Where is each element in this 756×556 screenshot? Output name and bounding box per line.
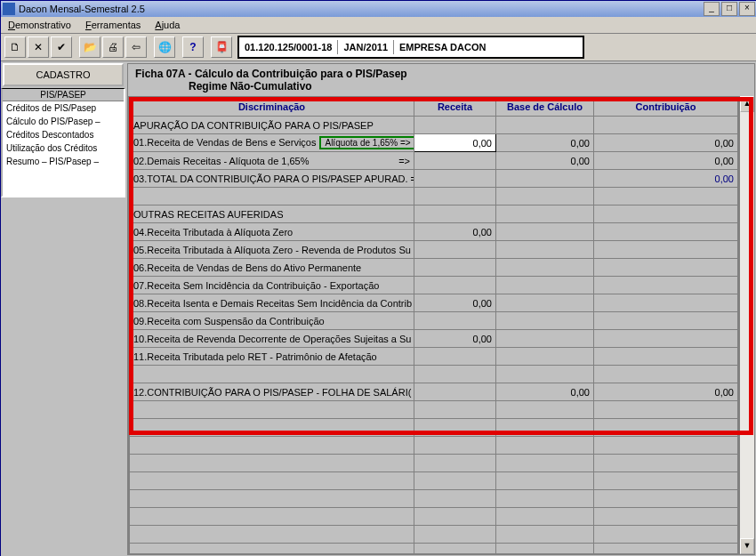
section-row: APURAÇÃO DA CONTRIBUIÇÃO PARA O PIS/PASE… — [130, 117, 414, 134]
close-button[interactable]: × — [739, 2, 755, 16]
sidebar-item[interactable]: Utilização dos Créditos — [3, 141, 124, 155]
sidebar-item[interactable]: Resumo – PIS/Pasep – — [3, 155, 124, 168]
menu-demonstrativo[interactable]: Demonstrativo — [1, 18, 78, 32]
cell-receita[interactable]: 0,00 — [414, 134, 496, 152]
titlebar: Dacon Mensal-Semestral 2.5 _ □ × — [1, 1, 756, 17]
col-discriminacao[interactable]: Discriminação — [130, 98, 414, 117]
row-01[interactable]: 01.Receita de Vendas de Bens e ServiçosA… — [130, 134, 414, 152]
scroll-up-icon[interactable]: ▲ — [740, 96, 754, 112]
toolbar: 🗋 ✕ ✔ 📂 🖨 ⇦ 🌐 ? 📮 01.120.125/0001-18 JAN… — [1, 34, 756, 61]
app-icon — [3, 3, 15, 15]
periodo-field[interactable]: JAN/2011 — [338, 40, 394, 54]
row-06[interactable]: 06.Receita de Vendas de Bens do Ativo Pe… — [130, 259, 414, 277]
sidebar-list: PIS/PASEP Créditos de PIS/Pasep Cálculo … — [1, 88, 125, 197]
row-08[interactable]: 08.Receita Isenta e Demais Receitas Sem … — [130, 294, 414, 312]
scroll-down-icon[interactable]: ▼ — [740, 538, 754, 554]
row-02[interactable]: 02.Demais Receitas - Alíquota de 1,65%=> — [130, 152, 414, 170]
help-icon[interactable]: ? — [182, 36, 204, 58]
ficha-title: Ficha 07A - Cálculo da Contribuição para… — [135, 68, 407, 80]
sidebar-header[interactable]: CADASTRO — [3, 63, 124, 86]
menu-ajuda[interactable]: Ajuda — [148, 18, 187, 32]
menubar: Demonstrativo Ferramentas Ajuda — [1, 17, 756, 34]
id-box: 01.120.125/0001-18 JAN/2011 EMPRESA DACO… — [237, 36, 584, 59]
window-title: Dacon Mensal-Semestral 2.5 — [19, 4, 145, 14]
row-11[interactable]: 11.Receita Tributada pelo RET - Patrimôn… — [130, 348, 414, 366]
sidebar-item[interactable]: Créditos de PIS/Pasep — [3, 101, 124, 115]
ficha-subtitle: Regime Não-Cumulativo — [189, 80, 312, 93]
cell-base[interactable]: 0,00 — [496, 134, 594, 152]
col-base[interactable]: Base de Cálculo — [496, 98, 594, 117]
new-icon[interactable]: 🗋 — [4, 36, 26, 58]
print-icon[interactable]: 🖨 — [102, 36, 124, 58]
menu-ferramentas[interactable]: Ferramentas — [78, 18, 148, 32]
row-07[interactable]: 07.Receita Sem Incidência da Contribuiçã… — [130, 277, 414, 294]
row-09[interactable]: 09.Receita com Suspensão da Contribuição — [130, 312, 414, 330]
col-contrib[interactable]: Contribuição — [594, 98, 738, 117]
row-03[interactable]: 03.TOTAL DA CONTRIBUIÇÃO PARA O PIS/PASE… — [130, 170, 414, 188]
section-row: OUTRAS RECEITAS AUFERIDAS — [130, 205, 414, 223]
sidebar-item[interactable]: Cálculo do PIS/Pasep – — [3, 115, 124, 128]
open-icon[interactable]: 📂 — [79, 36, 101, 58]
cnpj-field[interactable]: 01.120.125/0001-18 — [239, 40, 338, 54]
send-icon[interactable]: 📮 — [211, 36, 232, 58]
row-12[interactable]: 12.CONTRIBUIÇÃO PARA O PIS/PASEP - FOLHA… — [130, 383, 414, 401]
globe-icon[interactable]: 🌐 — [154, 36, 175, 58]
save-icon[interactable]: ✔ — [51, 36, 72, 58]
back-icon[interactable]: ⇦ — [125, 36, 147, 58]
empresa-field[interactable]: EMPRESA DACON — [394, 40, 583, 54]
grid: Discriminação Receita Base de Cálculo Co… — [128, 96, 739, 554]
delete-icon[interactable]: ✕ — [28, 36, 49, 58]
row-04[interactable]: 04.Receita Tributada à Alíquota Zero — [130, 223, 414, 241]
sidebar-group: PIS/PASEP — [3, 89, 124, 101]
ficha-header: Ficha 07A - Cálculo da Contribuição para… — [128, 64, 754, 96]
app-window: Dacon Mensal-Semestral 2.5 _ □ × Demonst… — [0, 0, 756, 556]
vertical-scrollbar[interactable]: ▲ ▼ — [739, 96, 754, 554]
main-panel: Ficha 07A - Cálculo da Contribuição para… — [125, 61, 756, 556]
maximize-button[interactable]: □ — [721, 2, 737, 16]
row-05[interactable]: 05.Receita Tributada à Alíquota Zero - R… — [130, 241, 414, 259]
sidebar-item[interactable]: Créditos Descontados — [3, 128, 124, 141]
sidebar: CADASTRO PIS/PASEP Créditos de PIS/Pasep… — [1, 61, 125, 556]
row-10[interactable]: 10.Receita de Revenda Decorrente de Oper… — [130, 330, 414, 348]
col-receita[interactable]: Receita — [414, 98, 496, 117]
cell-contrib[interactable]: 0,00 — [594, 134, 738, 152]
minimize-button[interactable]: _ — [704, 2, 720, 16]
aliquota-button[interactable]: Alíquota de 1,65% => — [319, 136, 414, 149]
